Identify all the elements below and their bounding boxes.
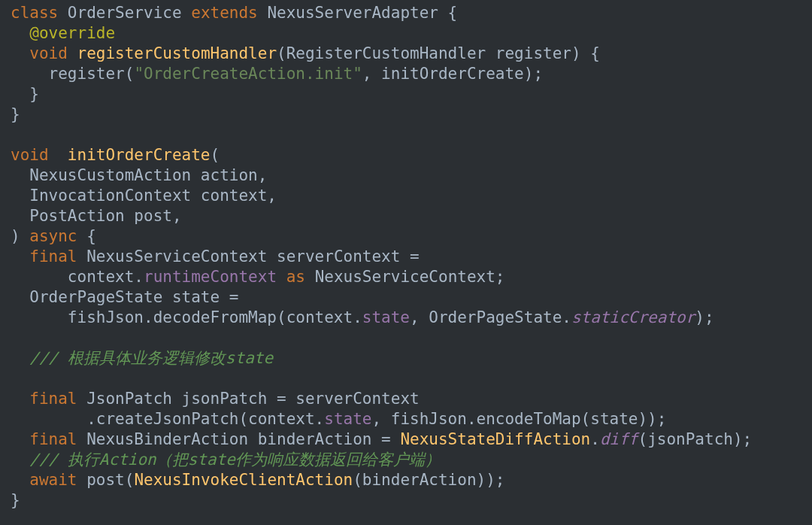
code-token: NexusServiceContext; xyxy=(305,268,505,286)
code-line: final JsonPatch jsonPatch = serverContex… xyxy=(11,390,420,408)
code-token: . xyxy=(590,430,600,448)
code-line: void registerCustomHandler(RegisterCusto… xyxy=(11,44,600,62)
code-token: NexusServerAdapter { xyxy=(267,4,457,22)
code-token: } xyxy=(11,491,20,509)
code-token xyxy=(11,390,29,408)
code-token: as xyxy=(286,268,305,286)
code-token: , OrderPageState. xyxy=(410,308,571,326)
code-token: (binderAction)); xyxy=(353,471,504,489)
code-token: final xyxy=(29,247,86,266)
code-line: } xyxy=(11,85,39,103)
code-token xyxy=(11,44,29,62)
code-token xyxy=(11,24,29,42)
code-line: context.runtimeContext as NexusServiceCo… xyxy=(11,268,505,286)
code-token: await xyxy=(29,471,77,489)
code-token: NexusInvokeClientAction xyxy=(134,471,353,489)
code-line: final NexusBinderAction binderAction = N… xyxy=(11,430,752,448)
code-token: NexusBinderAction binderAction = xyxy=(86,430,400,448)
code-token xyxy=(277,268,286,286)
code-line: /// 执行Action（把state作为响应数据返回给客户端） xyxy=(11,451,441,469)
code-token: post( xyxy=(77,471,135,489)
code-token: fishJson.decodeFromMap(context. xyxy=(11,308,362,326)
code-token: /// 根据具体业务逻辑修改state xyxy=(29,349,273,367)
code-block: class OrderService extends NexusServerAd… xyxy=(0,0,812,511)
code-token: ) xyxy=(11,227,29,245)
code-token: register( xyxy=(11,65,134,83)
code-token: runtimeContext xyxy=(144,268,277,286)
code-token: void xyxy=(29,44,77,62)
code-token: (RegisterCustomHandler register) { xyxy=(277,44,600,62)
code-token: registerCustomHandler xyxy=(77,44,277,62)
code-token: state xyxy=(324,410,371,428)
code-token: , initOrderCreate); xyxy=(362,65,543,83)
code-token: NexusCustomAction action, xyxy=(11,166,267,184)
code-token: class xyxy=(11,4,68,22)
code-token: , fishJson.encodeToMap(state)); xyxy=(371,410,666,428)
code-token xyxy=(11,471,29,489)
code-line: @override xyxy=(11,24,115,42)
code-token: NexusServiceContext serverContext = xyxy=(86,247,420,266)
code-token: (jsonPatch); xyxy=(638,430,753,448)
code-token xyxy=(11,349,29,367)
code-line: class OrderService extends NexusServerAd… xyxy=(11,4,457,22)
code-token: OrderPageState state = xyxy=(11,288,238,306)
code-token: "OrderCreateAction.init" xyxy=(134,65,362,83)
code-line: } xyxy=(11,105,20,123)
code-line: } xyxy=(11,491,20,509)
code-line: .createJsonPatch(context.state, fishJson… xyxy=(11,410,666,428)
code-line: /// 根据具体业务逻辑修改state xyxy=(11,349,273,367)
code-token: staticCreator xyxy=(571,308,695,326)
code-token xyxy=(11,430,29,448)
code-token xyxy=(11,247,29,266)
code-token: final xyxy=(29,390,86,408)
code-line: InvocationContext context, xyxy=(11,187,277,205)
code-token: NexusStateDiffAction xyxy=(400,430,590,448)
code-line: await post(NexusInvokeClientAction(binde… xyxy=(11,471,504,489)
code-token: final xyxy=(29,430,86,448)
code-token: ); xyxy=(695,308,714,326)
code-line: void initOrderCreate( xyxy=(11,146,220,164)
code-token: ( xyxy=(211,146,220,164)
code-token: InvocationContext context, xyxy=(11,187,277,205)
code-token: async xyxy=(29,227,77,245)
code-line: ) async { xyxy=(11,227,96,245)
code-line: PostAction post, xyxy=(11,207,182,225)
code-token: void xyxy=(11,146,58,164)
code-line: final NexusServiceContext serverContext … xyxy=(11,247,420,266)
code-token: PostAction post, xyxy=(11,207,182,225)
code-token: context. xyxy=(11,268,144,286)
code-token: extends xyxy=(191,4,267,22)
code-token: { xyxy=(77,227,96,245)
code-token: } xyxy=(11,105,20,123)
code-token: state xyxy=(362,308,410,326)
code-line: OrderPageState state = xyxy=(11,288,238,306)
code-token: } xyxy=(11,85,39,103)
code-token: JsonPatch jsonPatch = serverContext xyxy=(86,390,420,408)
code-token: OrderService xyxy=(68,4,191,22)
code-line: NexusCustomAction action, xyxy=(11,166,267,184)
code-token xyxy=(11,451,29,469)
code-token: /// 执行Action（把state作为响应数据返回给客户端） xyxy=(29,451,441,469)
code-token: initOrderCreate xyxy=(58,146,210,164)
code-token: @override xyxy=(29,24,115,42)
code-token: .createJsonPatch(context. xyxy=(11,410,324,428)
code-line: register("OrderCreateAction.init", initO… xyxy=(11,65,543,83)
code-line: fishJson.decodeFromMap(context.state, Or… xyxy=(11,308,714,326)
code-token: diff xyxy=(600,430,638,448)
